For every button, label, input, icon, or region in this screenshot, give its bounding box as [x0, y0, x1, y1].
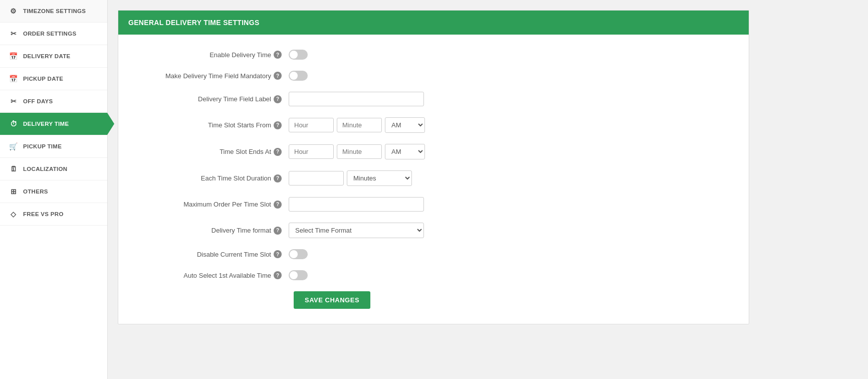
enable-delivery-time-toggle[interactable] — [289, 50, 308, 60]
sidebar-icon-pickup-date: 📅 — [9, 75, 18, 83]
sidebar-icon-delivery-date: 📅 — [9, 52, 18, 60]
sidebar-item-delivery-date[interactable]: 📅 DELIVERY DATE — [0, 45, 107, 68]
mandatory-label: Make Delivery Time Field Mandatory ? — [128, 72, 289, 80]
sidebar: ⚙ TIMEZONE SETTINGS ✂ ORDER SETTINGS 📅 D… — [0, 0, 108, 379]
enable-delivery-time-label: Enable Delivery Time ? — [128, 51, 289, 59]
sidebar-icon-delivery-time: ⏱ — [9, 120, 18, 128]
enable-delivery-time-row: Enable Delivery Time ? — [128, 50, 739, 60]
disable-current-label: Disable Current Time Slot ? — [128, 250, 289, 258]
field-label-row: Delivery Time Field Label ? — [128, 92, 739, 106]
sidebar-item-free-vs-pro[interactable]: ◇ FREE VS PRO — [0, 203, 107, 226]
starts-from-label: Time Slot Starts From ? — [128, 121, 289, 129]
mandatory-toggle[interactable] — [289, 71, 308, 81]
sidebar-label-delivery-time: DELIVERY TIME — [23, 121, 69, 127]
sidebar-item-others[interactable]: ⊞ OTHERS — [0, 180, 107, 203]
mandatory-control — [289, 71, 308, 81]
sidebar-label-timezone-settings: TIMEZONE SETTINGS — [23, 8, 86, 14]
sidebar-label-pickup-date: PICKUP DATE — [23, 76, 63, 82]
auto-select-help-icon: ? — [274, 271, 282, 279]
max-order-label: Maximum Order Per Time Slot ? — [128, 201, 289, 209]
sidebar-item-pickup-date[interactable]: 📅 PICKUP DATE — [0, 68, 107, 90]
sidebar-icon-off-days: ✂ — [9, 97, 18, 105]
slot-duration-unit-select[interactable]: Minutes Hours — [347, 170, 412, 186]
enable-delivery-time-control — [289, 50, 308, 60]
time-format-row: Delivery Time format ? Select Time Forma… — [128, 223, 739, 238]
max-order-input[interactable] — [289, 197, 424, 212]
starts-from-help-icon: ? — [274, 121, 282, 129]
sidebar-item-timezone-settings[interactable]: ⚙ TIMEZONE SETTINGS — [0, 0, 107, 23]
sidebar-label-localization: LOCALIZATION — [23, 166, 67, 172]
mandatory-row: Make Delivery Time Field Mandatory ? — [128, 71, 739, 81]
sidebar-icon-localization: 🗓 — [9, 165, 18, 173]
sidebar-label-order-settings: ORDER SETTINGS — [23, 31, 76, 37]
ends-at-row: Time Slot Ends At ? AM PM — [128, 144, 739, 159]
panel-header: GENERAL DELIVERY TIME SETTINGS — [118, 11, 749, 35]
slot-duration-label: Each Time Slot Duration ? — [128, 174, 289, 182]
sidebar-label-pickup-time: PICKUP TIME — [23, 143, 62, 149]
disable-current-toggle[interactable] — [289, 249, 308, 259]
auto-select-toggle[interactable] — [289, 270, 308, 280]
settings-panel: GENERAL DELIVERY TIME SETTINGS Enable De… — [118, 10, 749, 324]
time-format-label: Delivery Time format ? — [128, 227, 289, 235]
time-format-control: Select Time Format 12 Hour 24 Hour — [289, 223, 424, 238]
sidebar-item-off-days[interactable]: ✂ OFF DAYS — [0, 90, 107, 113]
slot-duration-help-icon: ? — [274, 174, 282, 182]
sidebar-icon-free-vs-pro: ◇ — [9, 210, 18, 218]
sidebar-item-order-settings[interactable]: ✂ ORDER SETTINGS — [0, 23, 107, 45]
starts-from-row: Time Slot Starts From ? AM PM — [128, 117, 739, 133]
enable-delivery-time-slider — [289, 50, 308, 60]
disable-current-slider — [289, 249, 308, 259]
disable-current-control — [289, 249, 308, 259]
main-content: GENERAL DELIVERY TIME SETTINGS Enable De… — [108, 0, 868, 379]
auto-select-label: Auto Select 1st Available Time ? — [128, 271, 289, 279]
max-order-help-icon: ? — [274, 201, 282, 209]
slot-duration-row: Each Time Slot Duration ? Minutes Hours — [128, 170, 739, 186]
starts-from-control: AM PM — [289, 117, 425, 133]
ends-minute-input[interactable] — [337, 144, 382, 159]
save-changes-button[interactable]: SAVE CHANGES — [294, 291, 370, 309]
sidebar-icon-others: ⊞ — [9, 187, 18, 196]
ends-ampm-select[interactable]: AM PM — [385, 144, 425, 159]
field-label-label: Delivery Time Field Label ? — [128, 95, 289, 103]
mandatory-help-icon: ? — [274, 72, 282, 80]
auto-select-slider — [289, 270, 308, 280]
time-format-select[interactable]: Select Time Format 12 Hour 24 Hour — [289, 223, 424, 238]
save-row: SAVE CHANGES — [128, 291, 739, 309]
slot-duration-input[interactable] — [289, 171, 344, 185]
sidebar-icon-pickup-time: 🛒 — [9, 142, 18, 150]
ends-hour-input[interactable] — [289, 144, 334, 159]
sidebar-item-delivery-time[interactable]: ⏱ DELIVERY TIME — [0, 113, 107, 135]
time-format-help-icon: ? — [274, 227, 282, 235]
sidebar-label-off-days: OFF DAYS — [23, 98, 53, 104]
starts-hour-input[interactable] — [289, 118, 334, 132]
auto-select-row: Auto Select 1st Available Time ? — [128, 270, 739, 280]
sidebar-icon-order-settings: ✂ — [9, 30, 18, 38]
mandatory-slider — [289, 71, 308, 81]
auto-select-control — [289, 270, 308, 280]
max-order-row: Maximum Order Per Time Slot ? — [128, 197, 739, 212]
panel-body: Enable Delivery Time ? Make Delivery Tim… — [118, 35, 749, 324]
field-label-control — [289, 92, 424, 106]
starts-ampm-select[interactable]: AM PM — [385, 117, 425, 133]
ends-at-label: Time Slot Ends At ? — [128, 148, 289, 156]
sidebar-label-others: OTHERS — [23, 188, 48, 195]
sidebar-item-pickup-time[interactable]: 🛒 PICKUP TIME — [0, 135, 107, 158]
sidebar-label-delivery-date: DELIVERY DATE — [23, 53, 70, 59]
enable-delivery-time-help-icon: ? — [274, 51, 282, 59]
sidebar-label-free-vs-pro: FREE VS PRO — [23, 211, 64, 217]
field-label-help-icon: ? — [274, 95, 282, 103]
sidebar-item-localization[interactable]: 🗓 LOCALIZATION — [0, 158, 107, 180]
slot-duration-control: Minutes Hours — [289, 170, 412, 186]
sidebar-icon-timezone-settings: ⚙ — [9, 7, 18, 15]
disable-current-help-icon: ? — [274, 250, 282, 258]
ends-at-control: AM PM — [289, 144, 425, 159]
max-order-control — [289, 197, 424, 212]
starts-minute-input[interactable] — [337, 118, 382, 132]
disable-current-row: Disable Current Time Slot ? — [128, 249, 739, 259]
field-label-input[interactable] — [289, 92, 424, 106]
ends-at-help-icon: ? — [274, 148, 282, 156]
